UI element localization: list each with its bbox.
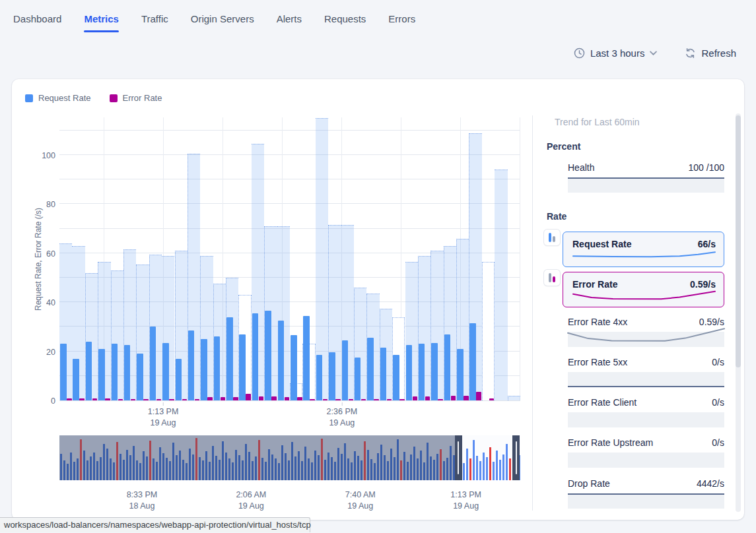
nav-tab-requests[interactable]: Requests	[324, 13, 366, 32]
minimap-bar	[427, 443, 429, 480]
metric-row-error-rate-upstream[interactable]: Error Rate Upstream0/s	[568, 437, 724, 468]
minimap-axis: 8:33 PM18 Aug2:06 AM19 Aug7:40 AM19 Aug1…	[59, 484, 520, 511]
minimap-bar	[390, 449, 392, 480]
error-rate-bar	[310, 399, 315, 400]
error-rate-bar	[335, 399, 341, 400]
metric-row-error-rate-4xx[interactable]: Error Rate 4xx0.59/s	[568, 317, 724, 347]
error-rate-bar	[387, 399, 392, 400]
metric-row-header: Health100 /100	[568, 162, 724, 173]
minimap-bar	[433, 460, 435, 480]
minimap-bar	[258, 440, 260, 480]
minimap-bar	[499, 460, 501, 480]
nav-tab-origin-servers[interactable]: Origin Servers	[191, 13, 254, 32]
metric-label: Error Rate Client	[568, 397, 636, 408]
minimap-bar	[143, 451, 145, 480]
sidebar-scrollbar-thumb[interactable]	[736, 115, 741, 367]
legend-item-request-rate[interactable]: Request Rate	[25, 93, 91, 103]
metric-row-error-rate-client[interactable]: Error Rate Client0/s	[568, 397, 724, 427]
x-axis-tick: 1:13 PM19 Aug	[148, 406, 179, 429]
request-rate-bar	[419, 344, 425, 400]
minimap-bar	[337, 448, 339, 480]
error-rate-bar	[169, 399, 174, 400]
h-gridline	[59, 154, 520, 155]
request-rate-bar	[265, 311, 271, 400]
nav-tab-traffic[interactable]: Traffic	[141, 13, 168, 32]
request-rate-bar	[342, 340, 349, 400]
time-brush-minimap[interactable]	[59, 435, 520, 480]
nav-tab-dashboard[interactable]: Dashboard	[13, 13, 61, 32]
request-rate-bar	[112, 344, 118, 400]
minimap-bar	[308, 458, 310, 480]
minimap-tick: 7:40 AM19 Aug	[345, 489, 376, 512]
refresh-button[interactable]: Refresh	[685, 47, 736, 59]
legend-item-error-rate[interactable]: Error Rate	[110, 93, 162, 103]
nav-tab-errors[interactable]: Errors	[388, 13, 415, 32]
minimap-bar	[469, 458, 471, 480]
metric-value: 0/s	[712, 437, 724, 448]
error-rate-bar	[182, 399, 188, 400]
request-rate-bar	[252, 313, 259, 400]
time-range-selector[interactable]: Last 3 hours	[574, 47, 658, 59]
minimap-bar	[113, 462, 115, 480]
request-rate-bar	[367, 338, 374, 400]
metric-label: Error Rate	[572, 279, 617, 290]
nav-tab-alerts[interactable]: Alerts	[277, 13, 302, 32]
error-rate-bar	[451, 396, 456, 400]
nav-tab-metrics[interactable]: Metrics	[84, 13, 119, 32]
error-rate-bar	[67, 398, 72, 400]
h-gridline	[59, 130, 520, 131]
request-rate-bar	[73, 359, 79, 400]
minimap-bar	[169, 461, 171, 480]
minimap-bar	[506, 444, 508, 480]
brush-handle-left[interactable]	[455, 435, 462, 480]
status-bar-url: workspaces/load-balancers/namespaces/web…	[0, 517, 310, 532]
y-tick-label: 20	[29, 348, 55, 357]
minimap-bar	[133, 446, 135, 480]
minimap-bar	[318, 455, 320, 480]
metric-row-error-rate-5xx[interactable]: Error Rate 5xx0/s	[568, 357, 724, 387]
request-rate-bar	[406, 345, 413, 400]
metric-row-header: Error Rate Upstream0/s	[568, 437, 724, 448]
sidebar-scrollbar[interactable]	[736, 113, 741, 512]
legend-swatch	[25, 94, 33, 102]
request-rate-bar	[176, 359, 182, 400]
metric-value: 0.59/s	[690, 279, 716, 290]
metric-label: Error Rate 4xx	[568, 317, 627, 327]
minimap-bar	[397, 439, 399, 480]
y-tick-label: 60	[29, 249, 55, 259]
minimap-bar	[367, 450, 369, 480]
minimap-bar	[248, 452, 250, 480]
request-rate-bar	[98, 349, 105, 400]
minimap-bar	[77, 458, 79, 480]
error-rate-bar	[349, 399, 354, 400]
minimap-bar	[265, 462, 267, 480]
metric-card-request-rate[interactable]: Request Rate66/s	[563, 232, 724, 267]
minimap-bar	[413, 447, 415, 480]
legend-swatch	[110, 94, 118, 102]
error-rate-bar	[489, 398, 495, 400]
request-rate-bar	[329, 352, 335, 400]
mini-bar-chart-icon	[544, 270, 560, 286]
minimap-bar	[80, 439, 82, 480]
minimap-bar	[93, 453, 95, 480]
minimap-bar	[73, 462, 75, 480]
envelope-step	[482, 262, 495, 400]
metric-label: Error Rate Upstream	[568, 437, 653, 448]
error-rate-bar	[323, 399, 328, 400]
minimap-bar	[314, 451, 316, 480]
error-rate-bar	[399, 399, 405, 400]
legend-label: Error Rate	[123, 93, 162, 103]
metric-row-drop-rate[interactable]: Drop Rate4442/s	[568, 478, 724, 509]
minimap-bar	[172, 443, 174, 480]
minimap-bar	[123, 460, 125, 480]
metric-row-health[interactable]: Health100 /100	[568, 162, 724, 193]
minimap-bar	[420, 451, 422, 480]
metric-value: 0/s	[712, 357, 724, 367]
minimap-bar	[139, 463, 141, 480]
brush-handle-right[interactable]	[512, 435, 520, 480]
error-rate-bar	[246, 394, 251, 400]
metric-card-error-rate[interactable]: Error Rate0.59/s	[563, 272, 724, 307]
sidebar-section-rate: Rate	[547, 211, 567, 222]
minimap-bar	[486, 457, 488, 480]
request-rate-bar	[162, 343, 169, 400]
